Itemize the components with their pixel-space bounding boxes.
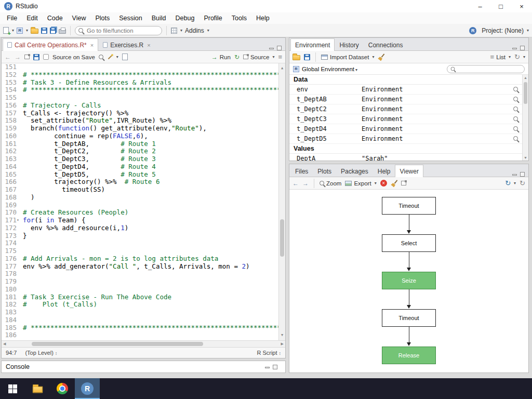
- scroll-left-icon[interactable]: ◀: [3, 342, 6, 346]
- code-editor[interactable]: 1511521531541551561571581591601611621631…: [2, 63, 285, 340]
- refresh-viewer-icon[interactable]: ↻: [520, 179, 525, 187]
- tab-call-centre-operations[interactable]: Call Centre Operations.R* ×: [3, 38, 98, 51]
- tab-environment[interactable]: Environment: [290, 38, 335, 51]
- forward-icon[interactable]: →: [302, 180, 309, 187]
- minimize-pane-icon[interactable]: [269, 48, 274, 49]
- import-dataset-button[interactable]: Import Dataset▾: [321, 54, 374, 60]
- tab-exercises[interactable]: Exercises.R ×: [98, 38, 155, 51]
- minimize-window-button[interactable]: –: [470, 0, 490, 12]
- inspect-object-icon[interactable]: [513, 136, 518, 141]
- clear-all-broom-icon[interactable]: [391, 180, 397, 187]
- panes-grid-button[interactable]: ▾: [171, 28, 182, 34]
- env-row-t_DeptAB[interactable]: t_DeptABEnvironment: [289, 95, 522, 104]
- env-row-t_DeptD5[interactable]: t_DeptD5Environment: [289, 134, 522, 144]
- list-view-button[interactable]: ≡List▾: [490, 53, 511, 61]
- menu-debug[interactable]: Debug: [171, 12, 200, 24]
- project-selector[interactable]: RProject: (None)▾: [469, 27, 529, 34]
- new-file-button[interactable]: ▾: [3, 27, 14, 34]
- maximize-pane-icon[interactable]: [273, 365, 277, 369]
- inspect-object-icon[interactable]: [513, 116, 518, 121]
- taskbar-rstudio[interactable]: R: [75, 378, 100, 399]
- tab-connections[interactable]: Connections: [364, 38, 408, 51]
- save-icon[interactable]: [33, 54, 39, 60]
- tab-packages[interactable]: Packages: [336, 165, 373, 177]
- editor-vertical-scrollbar[interactable]: ▲ ▼: [278, 63, 285, 340]
- back-icon[interactable]: ←: [292, 180, 299, 187]
- menu-file[interactable]: File: [2, 12, 22, 24]
- find-replace-icon[interactable]: [99, 55, 103, 59]
- publish-button[interactable]: ↻▾: [505, 179, 516, 187]
- menu-help[interactable]: Help: [251, 12, 274, 24]
- environment-search-input[interactable]: [457, 66, 521, 72]
- scroll-down-icon[interactable]: ▼: [279, 331, 285, 339]
- console-pane[interactable]: Console: [1, 361, 286, 373]
- environment-scope-selector[interactable]: Global Environment▾: [302, 66, 357, 72]
- document-outline-icon[interactable]: ≡: [278, 53, 282, 61]
- scroll-up-icon[interactable]: ▲: [523, 76, 528, 79]
- show-in-new-window-icon[interactable]: [24, 55, 30, 59]
- scope-selector[interactable]: (Top Level)↕: [25, 350, 57, 356]
- menu-edit[interactable]: Edit: [22, 12, 43, 24]
- rerun-icon[interactable]: ↻: [234, 54, 240, 61]
- env-row-t_DeptC2[interactable]: t_DeptC2Environment: [289, 104, 522, 114]
- run-button[interactable]: →Run: [211, 54, 231, 61]
- filetype-selector[interactable]: R Script↕: [257, 350, 281, 356]
- remove-plot-icon[interactable]: ×: [380, 180, 387, 187]
- compile-report-icon[interactable]: [122, 54, 128, 60]
- scroll-down-icon[interactable]: ▼: [523, 156, 528, 159]
- tab-files[interactable]: Files: [290, 165, 313, 177]
- back-icon[interactable]: ←: [5, 54, 11, 61]
- taskbar-chrome[interactable]: [50, 378, 75, 399]
- maximize-window-button[interactable]: □: [490, 0, 511, 12]
- source-on-save-checkbox[interactable]: [43, 54, 49, 60]
- minimize-pane-icon[interactable]: [512, 48, 517, 49]
- taskbar-file-explorer[interactable]: [25, 378, 50, 399]
- code-tools-button[interactable]: ▾: [107, 54, 118, 60]
- env-row-t_DeptC3[interactable]: t_DeptC3Environment: [289, 114, 522, 124]
- menu-view[interactable]: View: [68, 12, 91, 24]
- addins-button[interactable]: Addins▾: [185, 27, 209, 34]
- env-row-DeptA[interactable]: DeptA"Sarah": [289, 154, 522, 161]
- maximize-pane-icon[interactable]: [520, 46, 525, 50]
- print-button[interactable]: [59, 28, 66, 34]
- maximize-pane-icon[interactable]: [277, 46, 282, 50]
- menu-profile[interactable]: Profile: [199, 12, 227, 24]
- scroll-up-icon[interactable]: ▲: [279, 64, 285, 72]
- close-tab-icon[interactable]: ×: [147, 42, 150, 48]
- tab-history[interactable]: History: [335, 38, 363, 51]
- start-button[interactable]: [0, 378, 25, 399]
- fold-arrow-icon[interactable]: ▾: [17, 217, 21, 224]
- show-in-new-window-icon[interactable]: [401, 181, 406, 185]
- menu-plots[interactable]: Plots: [90, 12, 114, 24]
- export-button[interactable]: Export▾: [345, 180, 376, 187]
- tab-viewer[interactable]: Viewer: [395, 165, 423, 177]
- load-workspace-icon[interactable]: [292, 55, 300, 60]
- editor-horizontal-scrollbar[interactable]: ◀ ▶: [2, 340, 285, 347]
- menu-code[interactable]: Code: [43, 12, 68, 24]
- save-all-button[interactable]: [50, 28, 56, 34]
- zoom-button[interactable]: Zoom: [320, 180, 341, 187]
- inspect-object-icon[interactable]: [513, 97, 518, 101]
- menu-build[interactable]: Build: [147, 12, 171, 24]
- close-window-button[interactable]: ×: [511, 0, 532, 12]
- forward-icon[interactable]: →: [15, 54, 21, 61]
- source-button[interactable]: Source▾: [243, 54, 274, 60]
- inspect-object-icon[interactable]: [513, 87, 518, 91]
- refresh-environment-button[interactable]: ↻▾: [514, 53, 525, 61]
- horizontal-scroll-thumb[interactable]: [32, 342, 203, 346]
- close-tab-icon[interactable]: ×: [90, 42, 94, 48]
- menu-tools[interactable]: Tools: [227, 12, 251, 24]
- env-row-env[interactable]: envEnvironment: [289, 85, 522, 95]
- save-workspace-icon[interactable]: [304, 54, 310, 60]
- open-file-button[interactable]: [31, 27, 38, 34]
- env-row-t_DeptD4[interactable]: t_DeptD4Environment: [289, 124, 522, 134]
- tab-plots[interactable]: Plots: [313, 165, 336, 177]
- clear-objects-broom-icon[interactable]: [378, 54, 384, 60]
- vertical-scroll-thumb[interactable]: [524, 82, 527, 104]
- inspect-object-icon[interactable]: [513, 126, 518, 131]
- minimize-pane-icon[interactable]: [265, 367, 270, 368]
- menu-session[interactable]: Session: [114, 12, 147, 24]
- environment-scrollbar[interactable]: ▲ ▼: [522, 75, 528, 161]
- scroll-right-icon[interactable]: ▶: [281, 342, 284, 346]
- new-project-button[interactable]: R▾: [17, 28, 28, 34]
